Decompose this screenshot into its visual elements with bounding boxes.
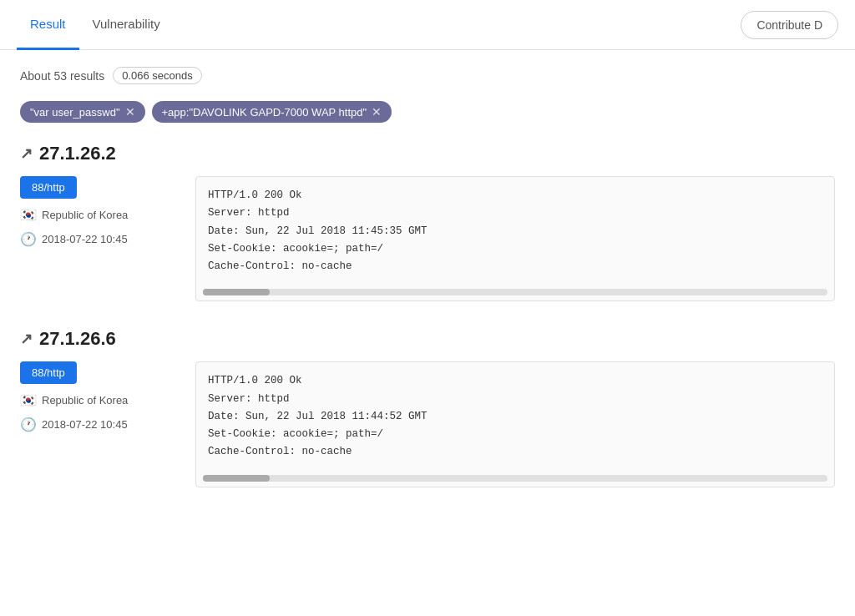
- filter-tag-2-label: +app:"DAVOLINK GAPD-7000 WAP httpd": [162, 106, 367, 119]
- filter-tag-2[interactable]: +app:"DAVOLINK GAPD-7000 WAP httpd" ✕: [152, 101, 392, 123]
- http-line-1-3: Date: Sun, 22 Jul 2018 11:45:35 GMT: [208, 223, 822, 240]
- external-link-icon-2: ↗: [20, 330, 33, 348]
- result-meta-1: 88/http 🇰🇷 Republic of Korea 🕐 2018-07-2…: [20, 176, 170, 247]
- country-row-1: 🇰🇷 Republic of Korea: [20, 207, 170, 223]
- external-link-icon-1: ↗: [20, 144, 33, 163]
- http-line-1-2: Server: httpd: [208, 204, 822, 222]
- port-badge-1[interactable]: 88/http: [20, 176, 77, 199]
- tab-vulnerability[interactable]: Vulnerability: [79, 0, 174, 50]
- contribute-button[interactable]: Contribute D: [741, 11, 838, 39]
- scrollbar-thumb-1[interactable]: [203, 289, 270, 295]
- result-body-1: 88/http 🇰🇷 Republic of Korea 🕐 2018-07-2…: [20, 176, 835, 301]
- search-time: 0.066 seconds: [113, 67, 202, 84]
- filter-tag-1[interactable]: "var user_passwd" ✕: [20, 101, 145, 123]
- flag-icon-1: 🇰🇷: [20, 207, 37, 223]
- results-summary: About 53 results 0.066 seconds: [20, 67, 835, 84]
- tab-result[interactable]: Result: [17, 0, 79, 50]
- result-body-2: 88/http 🇰🇷 Republic of Korea 🕐 2018-07-2…: [20, 361, 835, 487]
- http-line-1-1: HTTP/1.0 200 Ok: [208, 187, 822, 204]
- http-line-2-2: Server: httpd: [208, 391, 822, 408]
- scrollbar-track-1[interactable]: [203, 289, 827, 295]
- ip-address-2[interactable]: 27.1.26.6: [39, 328, 116, 350]
- flag-icon-2: 🇰🇷: [20, 392, 37, 408]
- http-line-1-5: Cache-Control: no-cache: [208, 258, 822, 275]
- result-meta-2: 88/http 🇰🇷 Republic of Korea 🕐 2018-07-2…: [20, 361, 170, 432]
- http-response-2: HTTP/1.0 200 Ok Server: httpd Date: Sun,…: [195, 361, 835, 487]
- timestamp-1: 2018-07-22 10:45: [42, 233, 128, 245]
- http-line-2-5: Cache-Control: no-cache: [208, 443, 822, 461]
- timestamp-row-2: 🕐 2018-07-22 10:45: [20, 417, 170, 432]
- timestamp-2: 2018-07-22 10:45: [42, 418, 128, 431]
- filter-tag-1-label: "var user_passwd": [30, 106, 120, 119]
- result-item-1: ↗ 27.1.26.2 88/http 🇰🇷 Republic of Korea…: [20, 143, 835, 301]
- country-1: Republic of Korea: [42, 209, 128, 221]
- ip-address-1[interactable]: 27.1.26.2: [39, 143, 116, 164]
- filter-tags: "var user_passwd" ✕ +app:"DAVOLINK GAPD-…: [20, 101, 835, 123]
- http-response-1: HTTP/1.0 200 Ok Server: httpd Date: Sun,…: [195, 176, 835, 301]
- port-badge-2[interactable]: 88/http: [20, 361, 77, 384]
- filter-tag-1-remove[interactable]: ✕: [125, 105, 135, 119]
- results-count: About 53 results: [20, 69, 104, 83]
- clock-icon-1: 🕐: [20, 231, 37, 247]
- result-item-2: ↗ 27.1.26.6 88/http 🇰🇷 Republic of Korea…: [20, 328, 835, 487]
- timestamp-row-1: 🕐 2018-07-22 10:45: [20, 231, 170, 247]
- http-line-1-4: Set-Cookie: acookie=; path=/: [208, 240, 822, 258]
- http-line-2-4: Set-Cookie: acookie=; path=/: [208, 426, 822, 443]
- http-line-2-1: HTTP/1.0 200 Ok: [208, 372, 822, 390]
- tabs-bar: Result Vulnerability Contribute D: [0, 0, 855, 50]
- country-row-2: 🇰🇷 Republic of Korea: [20, 392, 170, 408]
- scrollbar-track-2[interactable]: [203, 475, 827, 482]
- result-ip-2: ↗ 27.1.26.6: [20, 328, 835, 350]
- clock-icon-2: 🕐: [20, 417, 37, 432]
- http-line-2-3: Date: Sun, 22 Jul 2018 11:44:52 GMT: [208, 408, 822, 426]
- scrollbar-thumb-2[interactable]: [203, 475, 270, 482]
- main-content: About 53 results 0.066 seconds "var user…: [0, 50, 855, 531]
- result-ip-1: ↗ 27.1.26.2: [20, 143, 835, 164]
- country-2: Republic of Korea: [42, 394, 128, 406]
- filter-tag-2-remove[interactable]: ✕: [372, 105, 382, 119]
